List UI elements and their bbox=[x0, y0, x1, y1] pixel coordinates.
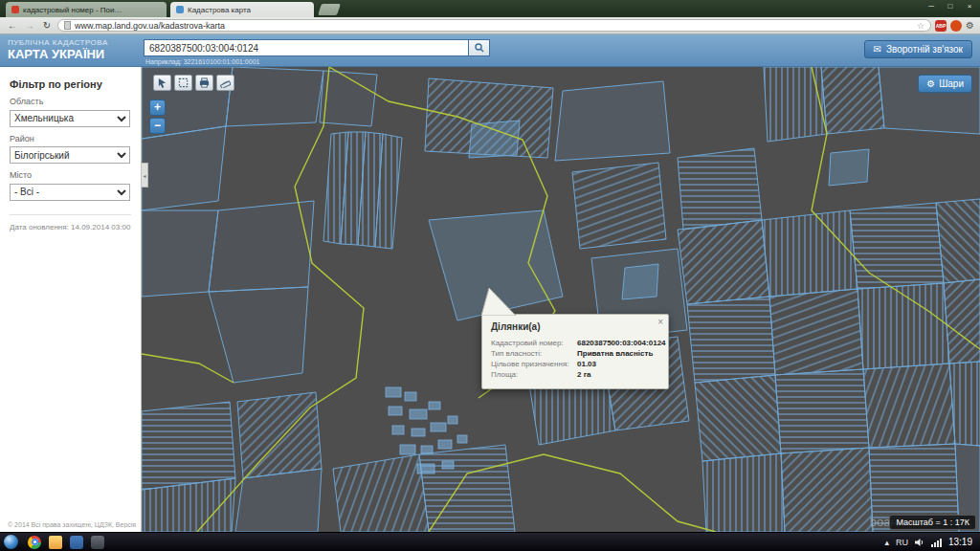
popup-row: Цільове призначення: 01.03 bbox=[491, 359, 659, 369]
start-button[interactable] bbox=[4, 535, 18, 549]
popup-row-label: Цільове призначення: bbox=[491, 359, 577, 369]
extension-icon[interactable] bbox=[950, 20, 962, 32]
screen: кадастровый номер - Пои… Кадастрова карт… bbox=[0, 0, 980, 551]
explorer-taskbar-icon[interactable] bbox=[49, 536, 62, 549]
pointer-icon bbox=[157, 77, 167, 88]
parcels-layer bbox=[142, 67, 980, 532]
menu-wrench-icon[interactable]: ⚙ bbox=[966, 20, 974, 31]
oblast-select[interactable]: Хмельницька bbox=[10, 110, 130, 127]
browser-tab-search[interactable]: кадастровый номер - Пои… bbox=[6, 2, 167, 17]
browser-toolbar: ← → ↻ www.map.land.gov.ua/kadastrova-kar… bbox=[0, 17, 980, 34]
measure-tool-button[interactable] bbox=[216, 75, 234, 91]
search-area bbox=[144, 39, 490, 56]
refresh-icon[interactable]: ↻ bbox=[40, 20, 54, 31]
map-toolbar bbox=[153, 75, 234, 91]
tray-expand-icon[interactable]: ▴ bbox=[884, 538, 889, 547]
search-button[interactable] bbox=[469, 39, 490, 56]
popup-callout bbox=[481, 288, 518, 316]
popup-row-value: 6820387500:03:004:0124 bbox=[577, 338, 666, 348]
logo-line1: ПУБЛІЧНА КАДАСТРОВА bbox=[8, 38, 108, 47]
site-logo: ПУБЛІЧНА КАДАСТРОВА КАРТА УКРАЇНИ bbox=[8, 38, 108, 61]
popup-row-label: Площа: bbox=[491, 369, 577, 380]
zoom-out-button[interactable]: − bbox=[149, 118, 166, 134]
feedback-label: Зворотній зв'язок bbox=[886, 44, 963, 55]
maximize-icon[interactable]: □ bbox=[944, 1, 957, 12]
popup-row-label: Кадастровий номер: bbox=[491, 338, 577, 348]
cadastral-search-input[interactable] bbox=[144, 39, 469, 56]
map-canvas[interactable]: .k { stroke:#6ea6d4; stroke-width:1; } .… bbox=[142, 67, 980, 532]
print-tool-button[interactable] bbox=[195, 75, 213, 91]
zoom-in-button[interactable]: + bbox=[149, 99, 166, 116]
popup-row: Тип власності: Приватна власність bbox=[491, 348, 659, 359]
tab-favicon bbox=[11, 6, 19, 13]
popup-row-value: 2 га bbox=[577, 369, 590, 380]
search-hint: Наприклад: 3221610100:01:001:0001 bbox=[145, 58, 259, 65]
rayon-select[interactable]: Білогірський bbox=[10, 146, 130, 164]
page-icon bbox=[64, 21, 71, 30]
clock[interactable]: 13:19 bbox=[948, 537, 972, 547]
envelope-icon: ✉ bbox=[874, 44, 881, 55]
tab-favicon bbox=[176, 6, 184, 13]
oblast-label: Область bbox=[10, 97, 131, 106]
ruler-icon bbox=[220, 77, 231, 88]
identify-tool-button[interactable] bbox=[153, 75, 171, 91]
app-taskbar-icon[interactable] bbox=[70, 536, 83, 549]
bookmark-star-icon[interactable]: ☆ bbox=[917, 21, 924, 31]
address-bar[interactable]: www.map.land.gov.ua/kadastrova-karta ☆ bbox=[57, 19, 931, 32]
logo-line2: КАРТА УКРАЇНИ bbox=[8, 47, 108, 61]
divider bbox=[10, 214, 131, 215]
misto-select[interactable]: - Всі - bbox=[10, 184, 130, 201]
tab-title: Кадастрова карта bbox=[188, 6, 251, 14]
app-taskbar-icon[interactable] bbox=[91, 536, 104, 549]
cadastral-map: .k { stroke:#6ea6d4; stroke-width:1; } .… bbox=[142, 67, 980, 532]
select-area-icon bbox=[178, 77, 189, 88]
parcel-info-popup: Ділянки(а) × Кадастровий номер: 68203875… bbox=[481, 314, 669, 389]
copyright-text: © 2014 Всі права захищені, ЦДЗК, Версія … bbox=[8, 521, 139, 528]
url-text: www.map.land.gov.ua/kadastrova-karta bbox=[75, 21, 913, 31]
forward-icon[interactable]: → bbox=[23, 20, 36, 31]
site-header: ПУБЛІЧНА КАДАСТРОВА КАРТА УКРАЇНИ Наприк… bbox=[0, 34, 980, 67]
browser-tabstrip: кадастровый номер - Пои… Кадастрова карт… bbox=[0, 0, 980, 17]
select-area-tool-button[interactable] bbox=[174, 75, 192, 91]
language-indicator[interactable]: RU bbox=[896, 538, 908, 547]
popup-title: Ділянки(а) bbox=[491, 321, 659, 332]
new-tab-button[interactable] bbox=[318, 4, 341, 15]
close-icon[interactable]: × bbox=[963, 1, 976, 12]
filter-title: Фільтр по регіону bbox=[10, 78, 131, 90]
layers-button[interactable]: ⚙ Шари bbox=[918, 75, 972, 93]
popup-close-icon[interactable]: × bbox=[657, 317, 663, 327]
back-icon[interactable]: ← bbox=[6, 20, 19, 31]
popup-row: Площа: 2 га bbox=[491, 369, 659, 380]
chrome-taskbar-icon[interactable] bbox=[28, 536, 41, 549]
sidebar-collapse-handle[interactable]: ◂ bbox=[142, 163, 148, 187]
system-tray: ▴ RU 13:19 bbox=[884, 537, 980, 547]
popup-row-value: Приватна власність bbox=[577, 348, 653, 359]
popup-row-label: Тип власності: bbox=[491, 348, 577, 359]
minimize-icon[interactable]: ─ bbox=[924, 1, 938, 12]
region-filter-sidebar: Фільтр по регіону Область Хмельницька Ра… bbox=[0, 67, 142, 532]
gear-icon: ⚙ bbox=[926, 78, 935, 89]
misto-label: Місто bbox=[10, 170, 131, 180]
print-icon bbox=[199, 77, 210, 88]
tab-title: кадастровый номер - Пои… bbox=[23, 6, 122, 14]
adblock-extension-icon[interactable]: ABP bbox=[935, 20, 947, 32]
speaker-icon[interactable] bbox=[915, 538, 924, 547]
popup-row: Кадастровий номер: 6820387500:03:004:012… bbox=[491, 338, 659, 348]
windows-taskbar: ▴ RU 13:19 bbox=[0, 532, 980, 551]
rayon-label: Район bbox=[10, 134, 131, 143]
map-scale-indicator: Масштаб = 1 : 17К bbox=[889, 515, 976, 530]
search-icon bbox=[475, 43, 484, 53]
window-controls: ─ □ × bbox=[924, 1, 976, 12]
popup-row-value: 01.03 bbox=[577, 359, 596, 369]
feedback-button[interactable]: ✉ Зворотній зв'язок bbox=[864, 40, 972, 58]
data-updated-text: Дата оновлення: 14.09.2014 03:00 bbox=[10, 223, 131, 231]
browser-tab-cadastral-map[interactable]: Кадастрова карта bbox=[170, 2, 314, 17]
layers-label: Шари bbox=[939, 78, 964, 89]
network-icon[interactable] bbox=[931, 538, 942, 547]
